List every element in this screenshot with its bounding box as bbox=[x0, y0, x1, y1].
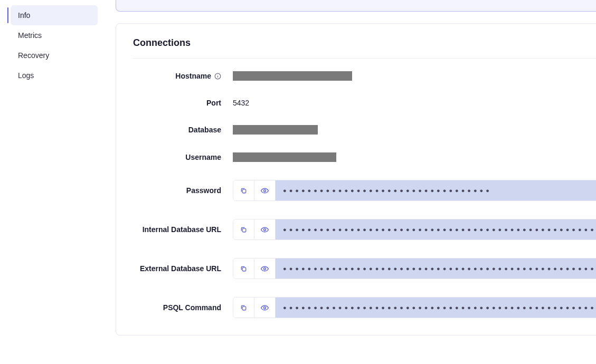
label-database: Database bbox=[133, 126, 221, 134]
overview-card-partial bbox=[116, 0, 596, 12]
divider bbox=[133, 58, 596, 59]
sidebar-item-metrics[interactable]: Metrics bbox=[11, 25, 98, 45]
reveal-button[interactable] bbox=[254, 298, 276, 318]
redacted-block bbox=[233, 125, 318, 135]
secret-row-internal: ●●●●●●●●●●●●●●●●●●●●●●●●●●●●●●●●●●●●●●●●… bbox=[233, 219, 596, 240]
value-username bbox=[233, 152, 596, 162]
sidebar-item-label: Info bbox=[18, 11, 30, 20]
masked-value: ●●●●●●●●●●●●●●●●●●●●●●●●●●●●●●●●●●●●●●●●… bbox=[276, 219, 596, 240]
field-username: Username bbox=[133, 152, 596, 162]
label-port: Port bbox=[133, 99, 221, 107]
sidebar: Info Metrics Recovery Logs bbox=[0, 0, 103, 364]
mask-dots: ●●●●●●●●●●●●●●●●●●●●●●●●●●●●●●●●●● bbox=[283, 187, 492, 194]
sidebar-item-recovery[interactable]: Recovery bbox=[11, 45, 98, 65]
main-content: Connections Hostname Port 5432 bbox=[103, 0, 596, 364]
label-username: Username bbox=[133, 153, 221, 161]
secret-row-external: ●●●●●●●●●●●●●●●●●●●●●●●●●●●●●●●●●●●●●●●●… bbox=[233, 258, 596, 279]
secret-row-psql: ●●●●●●●●●●●●●●●●●●●●●●●●●●●●●●●●●●●●●●●●… bbox=[233, 297, 596, 318]
connections-card: Connections Hostname Port 5432 bbox=[116, 23, 596, 336]
redacted-block bbox=[233, 152, 336, 162]
copy-button[interactable] bbox=[233, 219, 254, 240]
svg-rect-9 bbox=[242, 306, 246, 310]
info-icon[interactable] bbox=[214, 73, 221, 80]
redacted-block bbox=[233, 71, 352, 81]
svg-point-8 bbox=[264, 267, 266, 270]
connections-title: Connections bbox=[133, 37, 596, 49]
masked-value: ●●●●●●●●●●●●●●●●●●●●●●●●●●●●●●●●●●●●●●●●… bbox=[276, 298, 596, 318]
copy-button[interactable] bbox=[233, 180, 254, 200]
masked-value: ●●●●●●●●●●●●●●●●●●●●●●●●●●●●●●●●●●●●●●●●… bbox=[276, 258, 596, 279]
sidebar-item-label: Logs bbox=[18, 71, 34, 80]
field-password: Password ●●●●●●●●●●●●●●●●●●●●●●●●●●●●●●●… bbox=[133, 180, 596, 201]
mask-dots: ●●●●●●●●●●●●●●●●●●●●●●●●●●●●●●●●●●●●●●●●… bbox=[283, 304, 596, 311]
reveal-button[interactable] bbox=[254, 180, 276, 200]
sidebar-item-info[interactable]: Info bbox=[11, 5, 98, 25]
field-hostname: Hostname bbox=[133, 71, 596, 81]
sidebar-item-logs[interactable]: Logs bbox=[11, 65, 98, 85]
label-external-url: External Database URL bbox=[133, 264, 221, 273]
svg-point-4 bbox=[264, 189, 266, 191]
copy-button[interactable] bbox=[233, 298, 254, 318]
mask-dots: ●●●●●●●●●●●●●●●●●●●●●●●●●●●●●●●●●●●●●●●●… bbox=[283, 226, 596, 233]
field-port: Port 5432 bbox=[133, 99, 596, 107]
field-psql-command: PSQL Command ●●●●●●●●●●●●●●●●●●●●●●●●●●●… bbox=[133, 297, 596, 318]
field-internal-url: Internal Database URL ●●●●●●●●●●●●●●●●●●… bbox=[133, 219, 596, 240]
svg-point-2 bbox=[217, 74, 218, 75]
mask-dots: ●●●●●●●●●●●●●●●●●●●●●●●●●●●●●●●●●●●●●●●●… bbox=[283, 265, 596, 272]
masked-value: ●●●●●●●●●●●●●●●●●●●●●●●●●●●●●●●●●● bbox=[276, 180, 596, 200]
svg-point-10 bbox=[264, 306, 266, 309]
reveal-button[interactable] bbox=[254, 258, 276, 279]
svg-point-6 bbox=[264, 228, 266, 231]
label-hostname: Hostname bbox=[133, 72, 221, 80]
sidebar-item-label: Metrics bbox=[18, 31, 42, 40]
reveal-button[interactable] bbox=[254, 219, 276, 240]
value-hostname bbox=[233, 71, 596, 81]
value-database bbox=[233, 125, 596, 135]
value-port: 5432 bbox=[233, 99, 596, 107]
copy-button[interactable] bbox=[233, 258, 254, 279]
svg-rect-3 bbox=[242, 189, 246, 193]
sidebar-item-label: Recovery bbox=[18, 51, 49, 60]
label-password: Password bbox=[133, 186, 221, 195]
secret-row-password: ●●●●●●●●●●●●●●●●●●●●●●●●●●●●●●●●●● bbox=[233, 180, 596, 201]
svg-rect-7 bbox=[242, 267, 246, 271]
svg-rect-5 bbox=[242, 228, 246, 232]
label-psql: PSQL Command bbox=[133, 303, 221, 312]
field-external-url: External Database URL ●●●●●●●●●●●●●●●●●●… bbox=[133, 258, 596, 279]
label-internal-url: Internal Database URL bbox=[133, 225, 221, 234]
field-database: Database bbox=[133, 125, 596, 135]
